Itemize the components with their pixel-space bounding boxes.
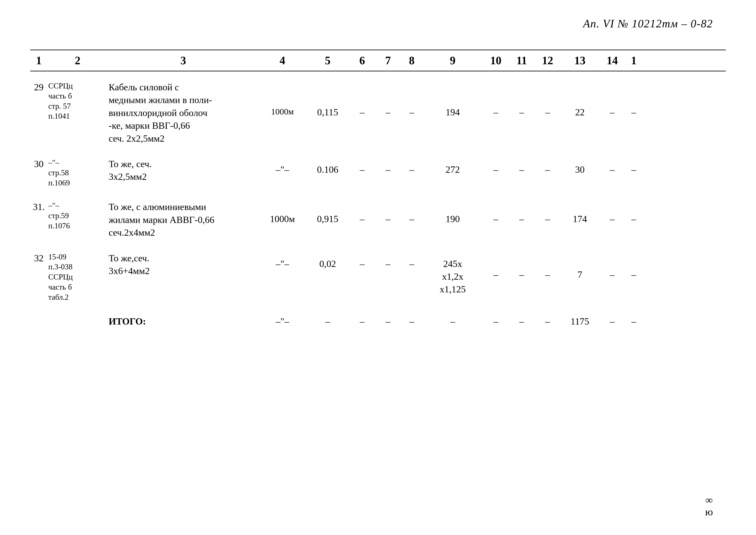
row-c6: –: [349, 200, 375, 226]
col-header-12: 12: [535, 54, 560, 67]
row-c6: –: [349, 251, 375, 271]
row-c8: –: [401, 200, 422, 226]
table-row: 29 ССРЦц часть б стр. 57 п.1041 Кабель с…: [30, 78, 726, 148]
row-num: 30: [30, 157, 47, 171]
page-num-top: ∞: [705, 494, 713, 506]
row-c5: 0,115: [306, 80, 349, 120]
row-c13: 30: [560, 157, 599, 177]
table-row: 31. –"– стр.59 п.1076 То же, с алюминиев…: [30, 198, 726, 242]
row-c11: –: [509, 80, 535, 120]
itogo-c5: –: [306, 314, 349, 329]
row-c7: –: [375, 80, 401, 120]
row-c13: 174: [560, 200, 599, 226]
row-c4: –"–: [259, 251, 306, 271]
table-row: 32 15-09 п.3-038 ССРЦц часть б табл.2 То…: [30, 249, 726, 306]
col-header-1: 1: [30, 54, 47, 67]
col-header-8: 8: [401, 54, 422, 67]
row-c9: 190: [422, 200, 483, 226]
row-c9: 245х х1,2х х1,125: [422, 251, 483, 297]
row-c11: –: [509, 200, 535, 226]
row-c4: 1000м: [259, 200, 306, 226]
row-c9: 272: [422, 157, 483, 177]
itogo-c9: –: [422, 314, 483, 329]
itogo-c10: –: [483, 314, 509, 329]
col-header-4: 4: [259, 54, 306, 67]
itogo-c4: –"–: [259, 314, 306, 329]
col-header-2: 2: [47, 54, 108, 67]
row-num: 31.: [30, 200, 47, 214]
row-ref: –"– стр.59 п.1076: [47, 200, 108, 232]
row-c10: –: [483, 80, 509, 120]
page-num-bottom: ю: [705, 506, 713, 518]
row-c5: 0.106: [306, 157, 349, 177]
itogo-c15: –: [625, 314, 642, 329]
col-header-3: 3: [108, 54, 259, 67]
row-c14: –: [599, 157, 625, 177]
row-c11: –: [509, 157, 535, 177]
row-c12: –: [535, 80, 560, 120]
itogo-ref: [47, 321, 108, 322]
row-ref: 15-09 п.3-038 ССРЦц часть б табл.2: [47, 251, 108, 303]
row-c5: 0,915: [306, 200, 349, 226]
table-row: 30 –"– стр.58 п.1069 То же, сеч. 3х2,5мм…: [30, 155, 726, 191]
row-ref: ССРЦц часть б стр. 57 п.1041: [47, 80, 108, 122]
row-c12: –: [535, 251, 560, 282]
row-c13: 7: [560, 251, 599, 282]
col-header-14: 14: [599, 54, 625, 67]
row-c10: –: [483, 200, 509, 226]
itogo-c7: –: [375, 314, 401, 329]
row-num: 32: [30, 251, 47, 266]
row-desc: То же, сеч. 3х2,5мм2: [108, 157, 259, 184]
row-c15: –: [625, 200, 642, 226]
row-c11: –: [509, 251, 535, 282]
itogo-num: [30, 321, 47, 322]
row-c8: –: [401, 157, 422, 177]
row-c4: 1000м: [259, 80, 306, 118]
itogo-c8: –: [401, 314, 422, 329]
row-c6: –: [349, 80, 375, 120]
row-c10: –: [483, 157, 509, 177]
row-c10: –: [483, 251, 509, 282]
row-num: 29: [30, 80, 47, 95]
col-header-13: 13: [560, 54, 599, 67]
row-c7: –: [375, 251, 401, 271]
col-header-5: 5: [306, 54, 349, 67]
column-headers: 1 2 3 4 5 6 7 8 9 10 11 12 13 14 1: [30, 50, 726, 71]
row-c12: –: [535, 157, 560, 177]
row-c15: –: [625, 80, 642, 120]
row-c13: 22: [560, 80, 599, 120]
row-c4: –"–: [259, 157, 306, 177]
row-c6: –: [349, 157, 375, 177]
page-number: ∞ ю: [705, 494, 713, 518]
row-c7: –: [375, 200, 401, 226]
row-c8: –: [401, 251, 422, 271]
row-c5: 0,02: [306, 251, 349, 271]
itogo-c13: 1175: [560, 314, 599, 329]
itogo-c14: –: [599, 314, 625, 329]
row-c7: –: [375, 157, 401, 177]
row-c14: –: [599, 200, 625, 226]
row-desc: Кабель силовой с медными жилами в поли- …: [108, 80, 259, 146]
row-c9: 194: [422, 80, 483, 120]
col-header-10: 10: [483, 54, 509, 67]
itogo-row: ИТОГО: –"– – – – – – – – – 1175 – –: [30, 312, 726, 331]
col-header-15: 1: [625, 54, 642, 67]
main-table: 1 2 3 4 5 6 7 8 9 10 11 12 13 14 1 29 СС…: [30, 50, 726, 331]
col-header-6: 6: [349, 54, 375, 67]
row-c8: –: [401, 80, 422, 120]
row-desc: То же, с алюминиевыми жилами марки АВВГ-…: [108, 200, 259, 240]
itogo-c6: –: [349, 314, 375, 329]
col-header-9: 9: [422, 54, 483, 67]
col-header-11: 11: [509, 54, 535, 67]
row-c12: –: [535, 200, 560, 226]
row-c15: –: [625, 251, 642, 282]
itogo-c12: –: [535, 314, 560, 329]
row-c14: –: [599, 80, 625, 120]
row-ref: –"– стр.58 п.1069: [47, 157, 108, 189]
col-header-7: 7: [375, 54, 401, 67]
document-title: Ап. VI № 10212тм – 0-82: [583, 17, 713, 30]
itogo-c11: –: [509, 314, 535, 329]
row-desc: То же,сеч. 3х6+4мм2: [108, 251, 259, 278]
itogo-label: ИТОГО:: [108, 314, 259, 329]
row-c14: –: [599, 251, 625, 282]
